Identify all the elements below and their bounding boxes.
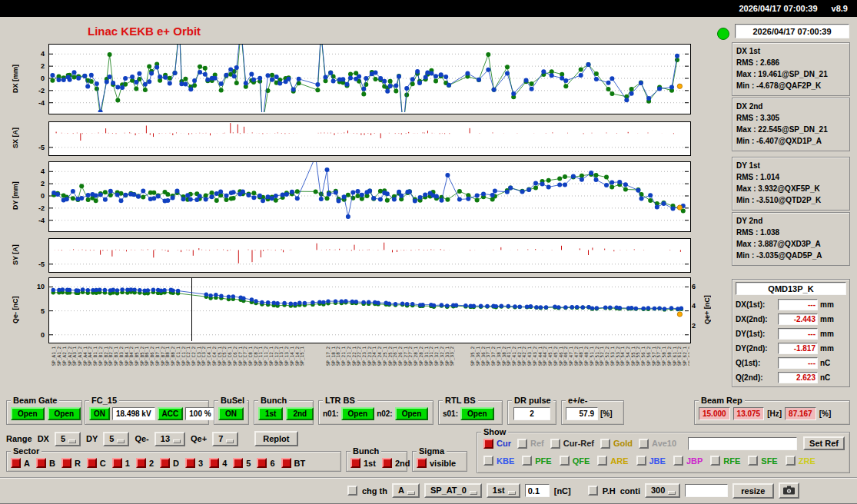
chg-th-label: chg th <box>362 486 387 496</box>
show-sector-toggle-kbe-checkbox[interactable] <box>483 456 493 466</box>
range-dx-select[interactable]: 5 <box>55 432 81 446</box>
bunch-number-select[interactable]: 1st <box>487 483 520 498</box>
show-sector-toggle-pfe-checkbox[interactable] <box>522 456 532 466</box>
show-toggle-cur-label: Cur <box>497 439 511 448</box>
show-sector-toggle-jbe-checkbox[interactable] <box>636 456 646 466</box>
sector-6-checkbox[interactable] <box>257 458 267 468</box>
show-sector-toggle-kbe[interactable]: KBE <box>483 456 514 466</box>
ref-file-input[interactable] <box>688 437 797 450</box>
sector-5[interactable]: 5 <box>233 458 251 468</box>
sx-plot[interactable] <box>48 121 691 156</box>
replot-button[interactable]: Replot <box>254 431 297 446</box>
show-toggle-ref-label: Ref <box>530 439 544 448</box>
sector-c[interactable]: C <box>87 458 106 468</box>
beam-gate-open-button-2[interactable]: Open <box>48 407 81 420</box>
bunch-sel-2nd-checkbox[interactable] <box>382 458 392 468</box>
show-sector-toggle-jbe[interactable]: JBE <box>636 456 666 466</box>
show-sector-toggle-rfe[interactable]: RFE <box>710 456 740 466</box>
ph-checkbox[interactable] <box>588 486 598 496</box>
sector-d[interactable]: D <box>160 458 179 468</box>
sector-3-checkbox[interactable] <box>185 458 195 468</box>
bunch-sel-1st[interactable]: 1st <box>350 458 376 468</box>
dx-ytick: 4 <box>26 49 45 58</box>
sector-2[interactable]: 2 <box>136 458 154 468</box>
show-toggle-ave10[interactable]: Ave10 <box>639 439 676 449</box>
mode-select[interactable]: A <box>392 483 420 498</box>
bunch-2nd-button[interactable]: 2nd <box>286 407 314 420</box>
show-toggle-cur-checkbox[interactable] <box>483 439 493 449</box>
show-toggle-cur[interactable]: Cur <box>483 439 511 449</box>
interval-select[interactable]: 300 <box>645 483 680 498</box>
show-toggle-gold[interactable]: Gold <box>600 439 633 449</box>
sector-r-checkbox[interactable] <box>61 458 71 468</box>
monitor-name-field[interactable]: QMD13P_K <box>736 282 846 295</box>
sector-2-checkbox[interactable] <box>136 458 146 468</box>
fc15-on-button[interactable]: ON <box>89 407 110 420</box>
show-sector-toggle-sfe-checkbox[interactable] <box>748 456 758 466</box>
timestamp-display: 2026/04/17 07:00:39 <box>735 24 849 38</box>
dr-pulse-field[interactable]: 2 <box>513 407 550 420</box>
resize-button[interactable]: resize <box>732 483 773 499</box>
show-toggle-cur-ref-checkbox[interactable] <box>550 439 560 449</box>
sy-plot[interactable] <box>48 238 691 273</box>
chg-th-checkbox[interactable] <box>347 486 357 496</box>
sector-d-checkbox[interactable] <box>160 458 170 468</box>
sector-b[interactable]: B <box>36 458 55 468</box>
bunch-sel-1st-checkbox[interactable] <box>350 458 360 468</box>
sector-4-checkbox[interactable] <box>209 458 219 468</box>
rtl-bs-label: RTL BS <box>443 395 478 406</box>
sector-bt[interactable]: BT <box>281 458 306 468</box>
ltr-n01-open-button[interactable]: Open <box>341 407 375 420</box>
range-dy-select[interactable]: 5 <box>103 432 129 446</box>
sector-1[interactable]: 1 <box>112 458 130 468</box>
show-sector-toggle-qfe[interactable]: QFE <box>560 456 590 466</box>
monitor-select[interactable]: SP_AT_0 <box>424 483 482 498</box>
sector-4[interactable]: 4 <box>209 458 227 468</box>
show-toggle-ave10-checkbox[interactable] <box>639 439 649 449</box>
show-toggle-gold-checkbox[interactable] <box>600 439 610 449</box>
sector-1-checkbox[interactable] <box>112 458 122 468</box>
rtl-s01-open-button[interactable]: Open <box>460 407 494 420</box>
sector-r[interactable]: R <box>61 458 81 468</box>
sigma-visible[interactable]: visible <box>417 458 456 468</box>
threshold-input[interactable] <box>525 484 550 497</box>
dy-plot[interactable] <box>48 161 691 232</box>
fc15-acc-button[interactable]: ACC <box>158 407 184 420</box>
beam-gate-open-button-1[interactable]: Open <box>11 407 45 420</box>
show-sector-toggle-zre-checkbox[interactable] <box>786 456 796 466</box>
sector-c-checkbox[interactable] <box>87 458 97 468</box>
show-toggle-ref-checkbox[interactable] <box>517 439 527 449</box>
sector-b-checkbox[interactable] <box>36 458 46 468</box>
sigma-visible-checkbox[interactable] <box>417 458 427 468</box>
set-ref-button[interactable]: Set Ref <box>803 436 845 450</box>
camera-button[interactable] <box>779 482 799 499</box>
sector-a[interactable]: A <box>11 458 30 468</box>
qe-plot[interactable] <box>48 277 691 343</box>
show-sector-toggle-rfe-checkbox[interactable] <box>710 456 720 466</box>
show-sector-toggle-qfe-checkbox[interactable] <box>560 456 570 466</box>
show-sector-toggle-pfe[interactable]: PFE <box>522 456 551 466</box>
show-sector-toggle-jbp-checkbox[interactable] <box>673 456 683 466</box>
sector-6[interactable]: 6 <box>257 458 274 468</box>
busel-on-button[interactable]: ON <box>218 407 244 420</box>
sector-3[interactable]: 3 <box>185 458 203 468</box>
sector-bt-checkbox[interactable] <box>281 458 291 468</box>
sector-a-checkbox[interactable] <box>11 458 21 468</box>
show-sector-toggle-zre[interactable]: ZRE <box>786 456 815 466</box>
show-sector-toggle-sfe[interactable]: SFE <box>748 456 777 466</box>
sector-5-checkbox[interactable] <box>233 458 243 468</box>
misc-input[interactable] <box>685 484 728 497</box>
bpm-label: SP_54_2 <box>625 346 630 366</box>
show-toggle-ref[interactable]: Ref <box>517 439 544 449</box>
ltr-bs-group: LTR BS n01: Open n02: Open <box>318 400 433 425</box>
show-sector-toggle-are[interactable]: ARE <box>597 456 628 466</box>
show-toggle-cur-ref[interactable]: Cur-Ref <box>550 439 594 449</box>
range-qe-minus-select[interactable]: 13 <box>154 432 185 446</box>
bunch-sel-2nd[interactable]: 2nd <box>382 458 410 468</box>
range-qe-plus-select[interactable]: 7 <box>212 432 238 446</box>
bunch-1st-button[interactable]: 1st <box>258 407 283 420</box>
show-sector-toggle-are-checkbox[interactable] <box>597 456 607 466</box>
dx-plot[interactable] <box>48 44 691 114</box>
ltr-n02-open-button[interactable]: Open <box>395 407 429 420</box>
show-sector-toggle-jbp[interactable]: JBP <box>673 456 703 466</box>
